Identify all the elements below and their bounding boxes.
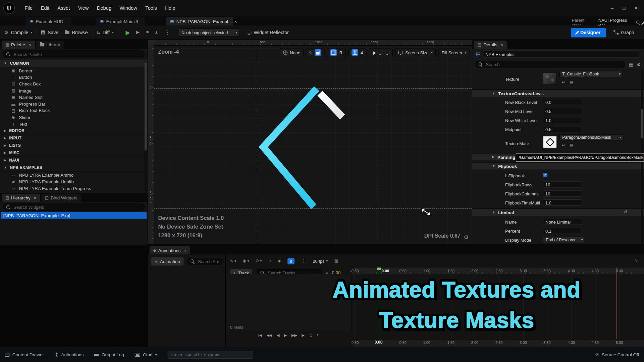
diff-button[interactable]: ⇆ Diff ▾ — [96, 30, 114, 35]
step-forward-button[interactable]: ▶▶ — [291, 333, 297, 337]
palette-item-npb-teamprogress[interactable]: ▱NPB LYRA Example Team Progress — [0, 185, 148, 192]
localization-preview-button[interactable]: None — [280, 48, 304, 57]
menu-view[interactable]: View — [74, 4, 93, 13]
tab-bind-widgets[interactable]: ◫ Bind Widgets — [41, 194, 81, 202]
palette-scrollbar[interactable] — [145, 62, 147, 150]
add-keyframe-icon[interactable]: ◈ — [278, 259, 281, 263]
menu-edit[interactable]: Edit — [37, 4, 53, 13]
unreal-logo-icon[interactable]: U — [3, 2, 15, 14]
compile-button[interactable]: ⚙ Compile ▾ — [4, 30, 32, 35]
palette-item-namedslot[interactable]: ▦Named Slot — [0, 94, 148, 101]
play-options-icon[interactable]: ⋮ — [165, 30, 170, 35]
frame-skip-button[interactable]: ▶| — [136, 31, 141, 35]
animations-status-button[interactable]: Animations — [55, 352, 84, 357]
section-flipbook[interactable]: ▼ Flipbook — [472, 162, 644, 170]
tab-animations[interactable]: ◆ Animations × — [150, 246, 190, 254]
rotation-group[interactable]: R — [327, 48, 346, 57]
display-filter-icon[interactable]: ▦ — [629, 62, 633, 67]
save-button[interactable]: Save — [41, 30, 58, 35]
browse-to-asset-icon[interactable]: ▤ — [570, 80, 574, 84]
tab-details[interactable]: ▤ Details × — [474, 41, 507, 49]
play-reverse-button[interactable]: ◀ — [277, 333, 279, 337]
menu-file[interactable]: File — [20, 4, 37, 13]
search-icon[interactable] — [636, 20, 640, 24]
palette-item-image[interactable]: ▨Image — [0, 87, 148, 94]
browse-to-asset-icon[interactable]: ▤ — [570, 143, 574, 147]
sequencer-more-icon[interactable]: ⋮ — [301, 258, 306, 263]
close-icon[interactable]: × — [500, 42, 503, 47]
tab-npb-paragon-example[interactable]: ▣ NPB_PARAGON_Exampl... × — [166, 17, 233, 25]
search-animations[interactable] — [187, 258, 222, 265]
palette-group-npb-examples[interactable]: ▼NPB EXAMPLES — [0, 164, 148, 172]
reset-to-default-icon[interactable]: ↺ — [624, 210, 627, 214]
source-control-button[interactable]: ⊘ Source Control Off — [595, 352, 639, 357]
palette-item-progressbar[interactable]: ▬Progress Bar — [0, 101, 148, 107]
texture-thumbnail[interactable] — [543, 73, 557, 85]
palette-item-npb-ammo[interactable]: ▱NPB LYRA Example Ammo — [0, 172, 148, 178]
fps-dropdown[interactable]: 20 fps▾ — [313, 258, 328, 263]
grid-snap-button[interactable]: 4 — [348, 48, 366, 57]
add-animation-button[interactable]: + Animation — [151, 257, 184, 265]
use-selected-asset-icon[interactable]: ↩ — [562, 80, 565, 84]
close-icon[interactable]: × — [29, 42, 31, 47]
palette-group-editor[interactable]: ▶EDITOR — [0, 127, 148, 135]
menu-asset[interactable]: Asset — [53, 4, 74, 13]
liminal-percent-field[interactable]: 0.1 — [543, 228, 582, 234]
lock-group[interactable]: ◇ — [306, 48, 324, 57]
menu-help[interactable]: Help — [161, 4, 179, 13]
menu-tools[interactable]: Tools — [141, 4, 161, 13]
graph-mode-button[interactable]: Graph — [613, 30, 634, 35]
designer-mode-button[interactable]: Designer — [571, 28, 606, 37]
cmd-dropdown[interactable]: Cmd ▾ — [135, 352, 157, 357]
fill-screen-dropdown[interactable]: Fill Screen ▾ — [438, 48, 470, 57]
palette-item-text[interactable]: TText — [0, 121, 148, 127]
jump-to-end-button[interactable]: ▶| — [302, 333, 305, 337]
menu-debug[interactable]: Debug — [93, 4, 116, 13]
details-scrollbar[interactable] — [641, 109, 643, 138]
close-window-button[interactable]: × — [635, 5, 638, 11]
keyframe-icon[interactable]: ◇ — [268, 259, 271, 263]
hierarchy-search[interactable] — [3, 203, 145, 210]
palette-group-naui[interactable]: ▶NAUI — [0, 157, 148, 164]
new-black-level-field[interactable]: 0.0 — [543, 99, 582, 105]
tab-examplehud[interactable]: ▣ ExampleHUD — [25, 17, 71, 25]
display-mode-dropdown[interactable]: End of Resource ▾ — [543, 237, 585, 243]
section-texture-contrast[interactable]: ▼ TextureContrastLev... — [472, 89, 644, 97]
edit-pen-icon[interactable] — [642, 21, 644, 24]
liminal-name-field[interactable]: None Liminal — [543, 219, 582, 225]
tab-hierarchy[interactable]: ▤ Hierarchy × — [2, 194, 40, 202]
flipbook-columns-field[interactable]: 10 — [543, 190, 582, 196]
palette-item-button[interactable]: ▭Button — [0, 74, 148, 80]
maximize-button[interactable]: □ — [623, 5, 626, 11]
texturemask-asset-dropdown[interactable]: ParagonDiamondBoxMask ▾ — [559, 134, 624, 140]
eject-button[interactable]: ▲ — [154, 31, 158, 35]
details-settings-icon[interactable]: ⚙ — [637, 62, 641, 67]
designer-canvas[interactable]: Zoom -4 None ◇ R 4 — [154, 46, 472, 244]
tab-palette[interactable]: ▦ Palette × — [2, 41, 35, 49]
curve-view-icon[interactable]: ∿ — [635, 258, 638, 262]
tab-examplemainui[interactable]: ▣ ExampleMainUI — [96, 17, 145, 25]
normalized-time-toggle[interactable]: n — [287, 258, 295, 264]
menu-window[interactable]: Window — [115, 4, 141, 13]
console-command-input[interactable] — [168, 351, 253, 358]
close-icon[interactable]: × — [184, 248, 186, 253]
palette-item-slider[interactable]: ◉Slider — [0, 114, 148, 121]
tab-library[interactable]: Library — [36, 41, 64, 49]
texturemask-thumbnail[interactable] — [543, 136, 557, 148]
palette-group-common[interactable]: ▼ COMMON — [0, 60, 148, 67]
palette-search[interactable] — [3, 51, 145, 58]
hierarchy-item-selected[interactable]: [NPB_PARAGON_Example_Exp] — [1, 212, 147, 219]
midpoint-field[interactable]: 0.5 — [543, 126, 582, 132]
play-forward-button[interactable]: ▶ — [284, 333, 287, 337]
palette-item-richtextblock[interactable]: ▤Rich Text Block — [0, 107, 148, 114]
isflipbook-checkbox[interactable]: ✓ — [543, 172, 548, 177]
curves-options-button[interactable]: ∿▾ — [230, 259, 236, 263]
details-search[interactable] — [475, 61, 625, 68]
use-selected-asset-icon[interactable]: ↩ — [562, 143, 565, 147]
close-icon[interactable]: × — [34, 195, 36, 200]
content-drawer-button[interactable]: Content Drawer — [5, 352, 44, 357]
preview-icons-group[interactable] — [369, 48, 392, 57]
screen-size-dropdown[interactable]: Screen Size ▾ — [395, 48, 436, 57]
flipbook-timemulti-field[interactable]: 1.0 — [543, 199, 582, 205]
new-white-level-field[interactable]: 1.0 — [543, 117, 582, 123]
